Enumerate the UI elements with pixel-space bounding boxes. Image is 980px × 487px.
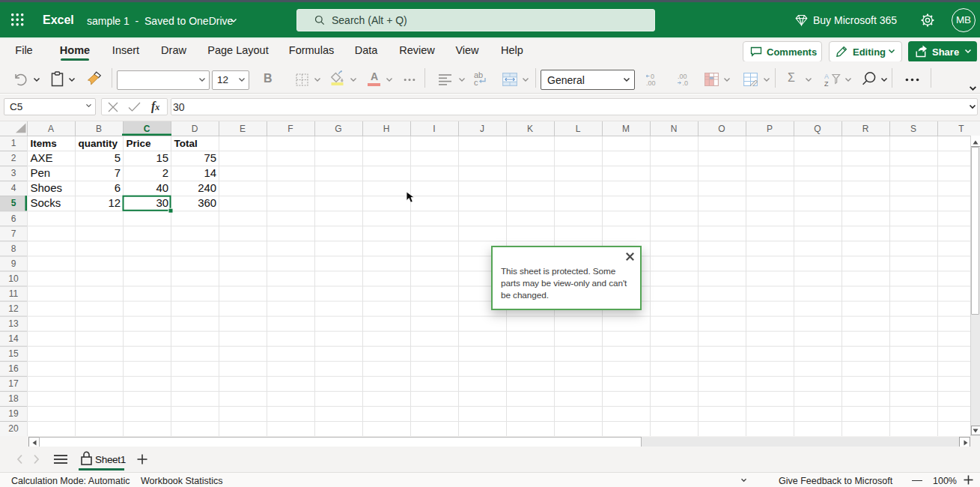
svg-text:S: S: [910, 124, 916, 134]
svg-text:N: N: [671, 124, 678, 134]
svg-text:AXE: AXE: [31, 151, 53, 164]
svg-text:Price: Price: [127, 138, 152, 149]
svg-text:12: 12: [8, 303, 19, 314]
svg-text:11: 11: [9, 288, 19, 299]
svg-text:A: A: [824, 73, 829, 80]
svg-text:5: 5: [11, 198, 16, 208]
svg-text:M: M: [622, 124, 630, 134]
svg-text:7: 7: [11, 229, 16, 239]
svg-text:T: T: [958, 124, 964, 134]
svg-text:9: 9: [11, 258, 16, 269]
svg-text:.00: .00: [646, 79, 656, 86]
svg-text:2: 2: [162, 166, 168, 179]
svg-text:I: I: [433, 124, 435, 134]
svg-text:10: 10: [8, 273, 19, 284]
svg-text:15: 15: [8, 348, 19, 359]
svg-text:Pen: Pen: [31, 166, 51, 179]
svg-text:240: 240: [198, 181, 216, 194]
svg-text:K: K: [527, 124, 533, 134]
svg-text:R: R: [862, 124, 869, 134]
svg-text:14: 14: [8, 333, 19, 344]
svg-text:18: 18: [8, 393, 19, 404]
svg-text:.0: .0: [683, 79, 689, 86]
svg-text:D: D: [192, 124, 198, 134]
svg-text:4: 4: [11, 183, 16, 193]
svg-text:6: 6: [11, 214, 16, 224]
svg-text:P: P: [767, 124, 773, 134]
svg-text:360: 360: [198, 196, 216, 209]
svg-text:75: 75: [204, 151, 217, 164]
svg-text:1: 1: [11, 138, 16, 148]
svg-text:Socks: Socks: [31, 196, 61, 209]
svg-text:quantity: quantity: [79, 138, 118, 149]
svg-text:L: L: [576, 124, 581, 134]
svg-text:F: F: [287, 124, 293, 134]
svg-text:30: 30: [156, 196, 169, 209]
svg-text:13: 13: [8, 318, 19, 329]
svg-text:2: 2: [11, 153, 16, 163]
svg-text:E: E: [240, 124, 246, 134]
svg-text:Q: Q: [814, 124, 821, 134]
svg-text:16: 16: [8, 363, 19, 374]
svg-text:c: c: [474, 78, 478, 86]
svg-text:20: 20: [8, 423, 19, 434]
svg-text:B: B: [96, 124, 102, 134]
svg-text:17: 17: [8, 378, 19, 389]
svg-text:15: 15: [156, 151, 169, 164]
svg-text:5: 5: [115, 151, 121, 164]
svg-text:14: 14: [204, 166, 217, 179]
svg-text:19: 19: [8, 408, 19, 419]
svg-text:G: G: [335, 124, 341, 134]
svg-text:12: 12: [109, 196, 121, 209]
svg-text:A: A: [48, 124, 54, 134]
svg-text:J: J: [480, 124, 484, 134]
svg-text:8: 8: [11, 244, 16, 254]
svg-text:H: H: [383, 124, 390, 134]
svg-text:Shoes: Shoes: [31, 181, 63, 194]
svg-text:Z: Z: [824, 80, 829, 87]
svg-text:7: 7: [115, 166, 121, 179]
svg-text:3: 3: [11, 168, 16, 178]
svg-text:40: 40: [156, 181, 169, 194]
svg-text:Items: Items: [31, 138, 57, 149]
svg-text:C: C: [144, 124, 150, 134]
svg-text:Total: Total: [174, 138, 198, 149]
svg-text:O: O: [718, 124, 725, 134]
svg-text:6: 6: [115, 181, 121, 194]
